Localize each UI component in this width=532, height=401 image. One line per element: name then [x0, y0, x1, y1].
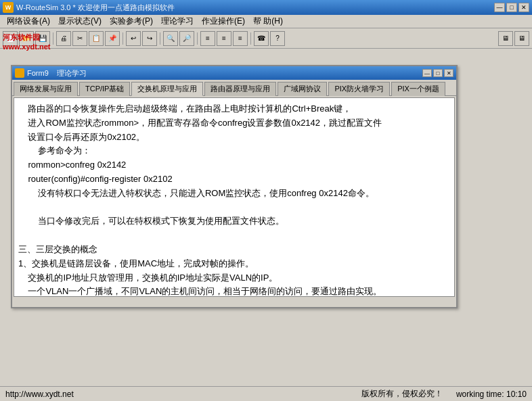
toolbar-btn16[interactable]: ? — [270, 31, 285, 46]
status-url: http://www.xydt.net — [5, 390, 361, 399]
toolbar-btn7[interactable]: 📌 — [105, 31, 120, 46]
form-title-controls: — □ ✕ — [422, 69, 453, 77]
toolbar-sep1 — [53, 32, 53, 45]
form-close-button[interactable]: ✕ — [444, 69, 453, 77]
toolbar-open[interactable]: 📂 — [19, 31, 34, 46]
tab-wan[interactable]: 广域网协议 — [278, 82, 327, 96]
menu-theory[interactable]: 理论学习 — [157, 14, 198, 28]
form-icon — [15, 68, 24, 78]
toolbar-btn14[interactable]: ≡ — [233, 31, 248, 46]
status-time: working time: 10:10 — [456, 390, 527, 399]
menu-exp[interactable]: 实验参考(P) — [106, 14, 157, 28]
toolbar: 📄 📂 💾 🖨 ✂ 📋 📌 ↩ ↪ 🔍 🔎 ≡ ≡ ≡ ☎ ? 🖥 🖥 — [0, 28, 532, 49]
toolbar-btn10[interactable]: 🔍 — [163, 31, 178, 46]
tab-pix-fw[interactable]: PIX防火墙学习 — [328, 82, 390, 96]
minimize-button[interactable]: — — [494, 3, 505, 12]
menu-view[interactable]: 显示状态(V) — [54, 14, 106, 28]
status-bar: http://www.xydt.net 版权所有，侵权必究！ working t… — [0, 386, 532, 401]
toolbar-sep3 — [160, 32, 160, 45]
toolbar-sep4 — [197, 32, 198, 45]
toolbar-btn6[interactable]: 📋 — [89, 31, 104, 46]
menu-devices[interactable]: 网络设备(A) — [3, 14, 54, 28]
app-title-bar: W W-RouteSim 3.0 * 欢迎使用一点通路由模拟软件 — □ ✕ — [0, 0, 532, 15]
toolbar-new[interactable]: 📄 — [3, 31, 18, 46]
form-maximize-button[interactable]: □ — [433, 69, 443, 77]
toolbar-btn9[interactable]: ↪ — [142, 31, 157, 46]
app-title: W-RouteSim 3.0 * 欢迎使用一点通路由模拟软件 — [16, 3, 494, 13]
toolbar-btn13[interactable]: ≡ — [217, 31, 231, 46]
tab-network-dev[interactable]: 网络发展与应用 — [14, 82, 78, 96]
form-title: Form9 理论学习 — [27, 68, 422, 78]
menu-help[interactable]: 帮 助(H) — [249, 14, 287, 28]
form-minimize-button[interactable]: — — [422, 69, 432, 77]
title-controls: — □ ✕ — [494, 3, 529, 12]
tab-pix-example[interactable]: PIX一个例题 — [391, 82, 445, 96]
toolbar-btn18[interactable]: 🖥 — [514, 31, 529, 46]
toolbar-btn5[interactable]: ✂ — [72, 31, 87, 46]
menu-work[interactable]: 作业操作(E) — [198, 14, 249, 28]
toolbar-btn17[interactable]: 🖥 — [498, 31, 513, 46]
app-icon: W — [3, 2, 14, 13]
tabs-bar: 网络发展与应用 TCP/IP基础 交换机原理与应用 路由器原理与应用 广域网协议… — [12, 80, 456, 96]
tab-tcpip[interactable]: TCP/IP基础 — [79, 82, 130, 96]
form-window: Form9 理论学习 — □ ✕ 网络发展与应用 TCP/IP基础 交换机原理与… — [11, 65, 458, 308]
toolbar-btn8[interactable]: ↩ — [126, 31, 141, 46]
menu-bar: 网络设备(A) 显示状态(V) 实验参考(P) 理论学习 作业操作(E) 帮 助… — [0, 15, 532, 28]
content-text: 路由器的口令恢复操作先启动超级终端，在路由器上电时按计算机的Ctrl+Break… — [18, 102, 450, 297]
toolbar-btn4[interactable]: 🖨 — [56, 31, 71, 46]
status-copyright: 版权所有，侵权必究！ — [361, 388, 443, 400]
form-title-bar: Form9 理论学习 — □ ✕ — [12, 66, 456, 80]
toolbar-btn11[interactable]: 🔎 — [179, 31, 194, 46]
tab-router[interactable]: 路由器原理与应用 — [204, 82, 276, 96]
toolbar-sep5 — [250, 32, 251, 45]
content-area[interactable]: 路由器的口令恢复操作先启动超级终端，在路由器上电时按计算机的Ctrl+Break… — [14, 97, 455, 297]
tab-switch[interactable]: 交换机原理与应用 — [131, 82, 203, 96]
toolbar-sep2 — [123, 32, 123, 45]
toolbar-btn12[interactable]: ≡ — [200, 31, 215, 46]
toolbar-btn15[interactable]: ☎ — [254, 31, 269, 46]
toolbar-save[interactable]: 💾 — [35, 31, 50, 46]
maximize-button[interactable]: □ — [506, 3, 517, 12]
close-button[interactable]: ✕ — [518, 3, 529, 12]
